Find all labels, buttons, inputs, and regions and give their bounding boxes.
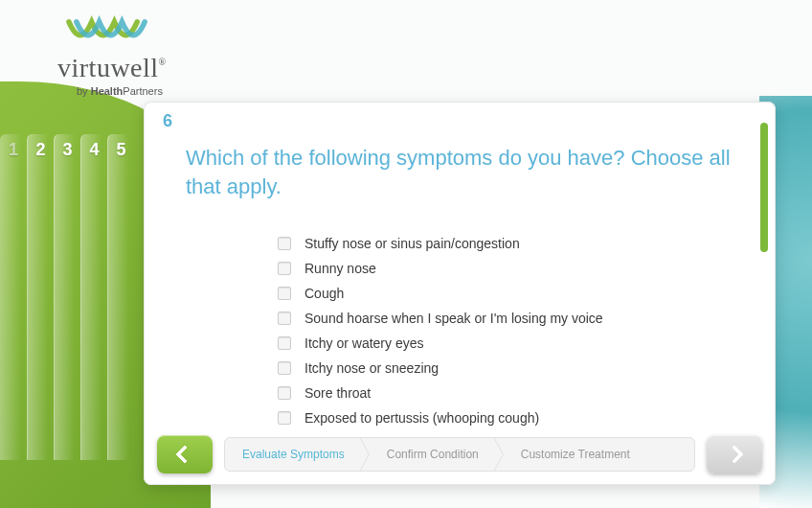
option-row[interactable]: Sore throat	[278, 381, 747, 405]
step-peek-2[interactable]: 2	[27, 134, 54, 460]
breadcrumb-step[interactable]: Confirm Condition	[370, 438, 494, 471]
checkbox[interactable]	[278, 411, 291, 425]
checkbox[interactable]	[278, 237, 291, 250]
option-label: Sore throat	[304, 385, 371, 401]
breadcrumb-separator-icon	[360, 437, 370, 472]
option-label: Stuffy nose or sinus pain/congestion	[304, 236, 520, 251]
option-label: Runny nose	[304, 261, 376, 276]
checkbox[interactable]	[278, 336, 291, 350]
option-label: Itchy or watery eyes	[304, 335, 424, 351]
brand-byline: by HealthPartners	[77, 85, 167, 97]
scrollbar-thumb[interactable]	[760, 123, 768, 252]
option-row[interactable]: Cough	[278, 281, 747, 306]
card-nav: Evaluate SymptomsConfirm ConditionCustom…	[144, 433, 776, 475]
option-row[interactable]: Runny nose	[278, 256, 747, 281]
step-peek-1[interactable]: 1	[0, 134, 27, 460]
step-peek-3[interactable]: 3	[54, 134, 80, 460]
brand-mark-icon	[65, 14, 156, 51]
breadcrumb-step[interactable]: Customize Treatment	[504, 438, 645, 471]
option-row[interactable]: Sound hoarse when I speak or I'm losing …	[278, 306, 747, 331]
checkbox[interactable]	[278, 312, 291, 325]
options-list: Stuffy nose or sinus pain/congestionRunn…	[278, 231, 747, 430]
chevron-left-icon	[175, 445, 194, 464]
option-row[interactable]: Stuffy nose or sinus pain/congestion	[278, 231, 747, 256]
option-row[interactable]: Itchy nose or sneezing	[278, 356, 747, 381]
option-label: Itchy nose or sneezing	[304, 360, 439, 376]
breadcrumb-step[interactable]: Evaluate Symptoms	[225, 438, 360, 471]
option-label: Exposed to pertussis (whooping cough)	[304, 410, 539, 426]
option-row[interactable]: Itchy or watery eyes	[278, 331, 747, 356]
step-number: 6	[163, 111, 172, 131]
chevron-right-icon	[725, 445, 744, 464]
brand-wordmark: virtuwell®	[57, 53, 167, 83]
step-peek-5[interactable]: 5	[107, 134, 134, 460]
prev-button[interactable]	[157, 435, 213, 473]
next-button[interactable]	[707, 435, 762, 473]
breadcrumb-separator-icon	[494, 437, 504, 472]
checkbox[interactable]	[278, 386, 291, 400]
brand-logo: virtuwell® by HealthPartners	[57, 14, 167, 97]
option-row[interactable]: Exposed to pertussis (whooping cough)	[278, 405, 747, 430]
progress-breadcrumb: Evaluate SymptomsConfirm ConditionCustom…	[224, 437, 695, 472]
checkbox[interactable]	[278, 361, 291, 375]
option-label: Cough	[304, 286, 344, 301]
checkbox[interactable]	[278, 262, 291, 275]
step-peek-4[interactable]: 4	[80, 134, 107, 460]
option-label: Sound hoarse when I speak or I'm losing …	[304, 311, 603, 326]
question-card: 6 Which of the following symptoms do you…	[144, 102, 776, 485]
question-text: Which of the following symptoms do you h…	[186, 144, 737, 200]
previous-steps-stack: 12345	[0, 134, 134, 460]
checkbox[interactable]	[278, 287, 291, 300]
